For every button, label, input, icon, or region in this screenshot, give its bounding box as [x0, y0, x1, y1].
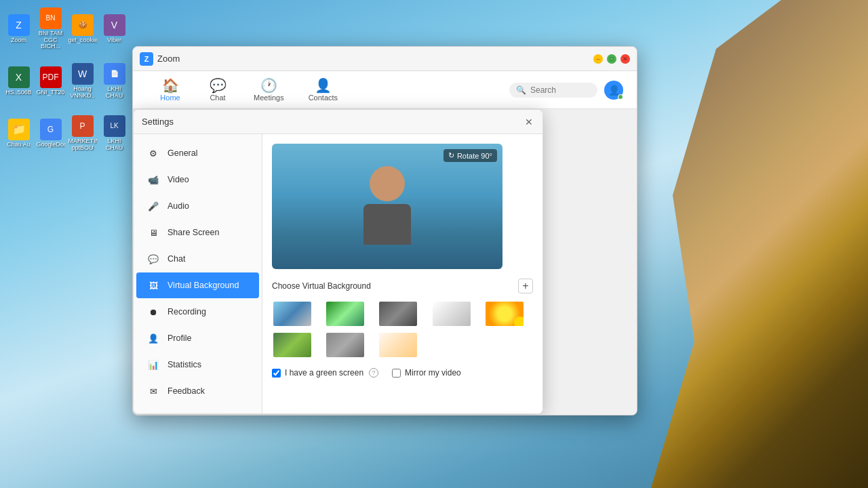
- settings-nav-keyboard[interactable]: ⌨ Keyboard Shortcuts: [136, 405, 259, 413]
- green-screen-option[interactable]: I have a green screen ?: [272, 368, 378, 378]
- general-label: General: [167, 148, 197, 158]
- nav-contacts-label: Contacts: [309, 94, 338, 102]
- bg-thumb-1[interactable]: [272, 300, 313, 327]
- settings-nav-general[interactable]: ⚙ General: [136, 140, 259, 166]
- video-preview: ↻ Rotate 90°: [272, 144, 502, 269]
- mirror-video-checkbox[interactable]: [392, 369, 401, 378]
- nav-meetings[interactable]: 🕐 Meetings: [241, 75, 296, 106]
- green-screen-label: I have a green screen: [285, 368, 363, 378]
- settings-titlebar: Settings ✕: [134, 110, 542, 134]
- search-icon: 🔍: [516, 85, 526, 95]
- bg-color-1: [273, 302, 311, 326]
- profile-label: Profile: [167, 333, 191, 343]
- user-avatar[interactable]: 👤: [604, 81, 623, 100]
- selected-cursor: [514, 317, 525, 327]
- zoom-titlebar: Z Zoom – □ ✕: [133, 47, 637, 71]
- recording-icon: ⏺: [146, 304, 161, 319]
- person-silhouette: [360, 166, 414, 247]
- bg-thumb-4[interactable]: [431, 300, 472, 327]
- video-feed: [272, 144, 502, 269]
- nav-meetings-label: Meetings: [254, 94, 284, 102]
- sharescreen-label: Share Screen: [167, 228, 219, 237]
- bg-section-title: Choose Virtual Background: [272, 281, 371, 291]
- person-body: [363, 204, 411, 245]
- mirror-video-label: Mirror my video: [405, 368, 461, 378]
- desktop-icon-viber[interactable]: V Viber: [99, 3, 130, 54]
- zoom-title: Zoom: [157, 54, 180, 64]
- green-screen-help-icon[interactable]: ?: [369, 368, 378, 378]
- feedback-icon: ✉: [146, 384, 161, 399]
- online-indicator: [618, 94, 623, 100]
- settings-nav-chat[interactable]: 💬 Chat: [136, 246, 259, 272]
- desktop-icon-bntam[interactable]: BN BNI TAM CGC BICH...: [35, 3, 66, 54]
- bg-thumb-3[interactable]: [378, 300, 418, 327]
- settings-nav-sharescreen[interactable]: 🖥 Share Screen: [136, 220, 259, 245]
- settings-nav-audio[interactable]: 🎤 Audio: [136, 193, 259, 219]
- nav-chat[interactable]: 💬 Chat: [194, 75, 241, 106]
- settings-dialog: Settings ✕ ⚙ General 📹 Video: [133, 109, 543, 414]
- video-label: Video: [167, 175, 189, 184]
- desktop-icon-pdf1[interactable]: PDF GNI_TT2019: [35, 56, 66, 106]
- desktop-icons: Z Zoom BN BNI TAM CGC BICH... 🍪 get_cook…: [0, 0, 129, 488]
- desktop-icon-excel1[interactable]: X HS..506B: [3, 56, 34, 106]
- search-box: 🔍: [509, 83, 597, 98]
- meetings-icon: 🕐: [260, 79, 277, 92]
- rotate-label: Rotate 90°: [457, 152, 492, 160]
- keyboard-label: Keyboard Shortcuts: [167, 413, 242, 413]
- statistics-label: Statistics: [167, 360, 201, 369]
- bg-color-4: [433, 302, 471, 326]
- add-background-button[interactable]: +: [518, 279, 533, 293]
- zoom-window: Z Zoom – □ ✕ 🏠 Home 💬 Chat 🕐 Meetings: [132, 46, 637, 415]
- settings-close-button[interactable]: ✕: [522, 115, 536, 129]
- bg-color-8: [379, 333, 417, 357]
- desktop-icon-gdocs[interactable]: G GoogleDocs: [35, 108, 66, 159]
- user-avatar-container: 👤: [604, 81, 623, 100]
- nav-contacts[interactable]: 👤 Contacts: [296, 75, 350, 106]
- rotate-button[interactable]: ↻ Rotate 90°: [443, 149, 497, 162]
- green-screen-checkbox[interactable]: [272, 369, 281, 378]
- settings-nav-virtual-background[interactable]: 🖼 Virtual Background: [136, 272, 259, 298]
- bg-thumb-5[interactable]: [484, 300, 525, 327]
- virtual-bg-label: Virtual Background: [167, 281, 239, 290]
- bg-thumb-6[interactable]: [272, 331, 313, 359]
- settings-nav-statistics[interactable]: 📊 Statistics: [136, 352, 259, 378]
- search-input[interactable]: [530, 85, 591, 95]
- bg-color-7: [326, 333, 364, 357]
- close-button[interactable]: ✕: [620, 54, 630, 64]
- desktop-icon-cookie[interactable]: 🍪 get_cookie...: [67, 3, 98, 54]
- bg-section: Choose Virtual Background +: [272, 279, 533, 293]
- settings-nav-recording[interactable]: ⏺ Recording: [136, 299, 259, 325]
- settings-nav-feedback[interactable]: ✉ Feedback: [136, 378, 259, 404]
- bg-thumb-7[interactable]: [325, 331, 366, 359]
- chat-settings-icon: 💬: [146, 251, 161, 266]
- options-row: I have a green screen ? Mirror my video: [272, 368, 533, 378]
- bg-thumb-2[interactable]: [325, 300, 366, 327]
- desktop-icon-zoom[interactable]: Z Zoom: [3, 3, 34, 54]
- desktop-icon-ppt1[interactable]: P MARKETING pptBOU: [67, 108, 98, 159]
- keyboard-icon: ⌨: [146, 410, 161, 413]
- desktop-icon-lk1[interactable]: LK LKHI CHAU: [99, 108, 130, 159]
- settings-title: Settings: [142, 117, 174, 127]
- settings-nav-video[interactable]: 📹 Video: [136, 167, 259, 192]
- desktop-icon-word1[interactable]: W Hoang VNNKD..: [67, 56, 98, 106]
- maximize-button[interactable]: □: [607, 54, 616, 64]
- settings-nav-profile[interactable]: 👤 Profile: [136, 325, 259, 351]
- home-icon: 🏠: [162, 79, 179, 92]
- virtual-bg-icon: 🖼: [146, 278, 161, 293]
- window-controls: – □ ✕: [593, 54, 630, 64]
- settings-content: ↻ Rotate 90° Choose Virtual Background +: [262, 134, 542, 413]
- settings-sidebar: ⚙ General 📹 Video 🎤 Audio �: [134, 134, 262, 413]
- bg-thumb-8[interactable]: [378, 331, 418, 359]
- chat-icon: 💬: [210, 79, 226, 92]
- desktop-icon-doc1[interactable]: 📄 LKHI CHAU: [99, 56, 130, 106]
- profile-icon: 👤: [146, 331, 161, 346]
- desktop-icon-folder1[interactable]: 📁 Chau Au: [3, 108, 34, 159]
- nav-home[interactable]: 🏠 Home: [146, 75, 194, 106]
- bg-color-6: [273, 333, 311, 357]
- zoom-navbar: 🏠 Home 💬 Chat 🕐 Meetings 👤 Contacts 🔍: [133, 71, 637, 109]
- rock-background: [651, 0, 868, 488]
- minimize-button[interactable]: –: [593, 54, 603, 64]
- mirror-video-option[interactable]: Mirror my video: [392, 368, 461, 378]
- rotate-icon: ↻: [448, 151, 454, 160]
- bg-color-3: [379, 302, 417, 326]
